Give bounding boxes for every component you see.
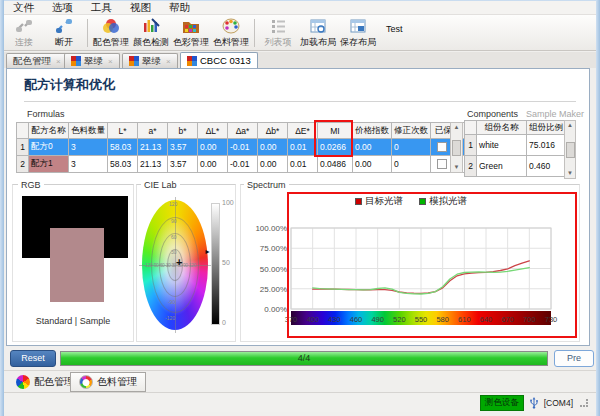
tab-close-icon[interactable]: × (56, 57, 61, 66)
column-header[interactable]: L* (108, 123, 138, 139)
load-layout-button[interactable]: 加载布局 (298, 16, 338, 50)
formula-value-cell[interactable]: 0.0486 (318, 156, 353, 173)
dock-tab-bar: 配色管理 色料管理 (4, 370, 596, 392)
column-header[interactable]: 组份比例 (527, 121, 566, 135)
formula-value-cell[interactable]: 0.00 (353, 139, 392, 156)
formula-value-cell[interactable]: 21.13 (138, 139, 168, 156)
formula-value-cell[interactable]: 0.01 (288, 139, 318, 156)
tab-label: 配色管理 (13, 55, 51, 68)
formula-value-cell[interactable]: 0.00 (198, 139, 228, 156)
tab-color-match-manage[interactable]: 配色管理 × (6, 53, 68, 68)
disconnect-icon (54, 17, 74, 35)
formula-value-cell[interactable]: 0.01 (288, 156, 318, 173)
component-name-cell[interactable]: Green (477, 156, 527, 177)
formula-value-cell[interactable]: 0 (392, 139, 431, 156)
column-header[interactable]: 色料数量 (69, 123, 108, 139)
formula-value-cell[interactable]: 3.57 (168, 139, 198, 156)
formula-value-cell[interactable]: 0.00 (198, 156, 228, 173)
tab-close-icon[interactable]: × (108, 57, 113, 66)
formulas-scrollbar[interactable]: ▲▼ (450, 122, 463, 173)
component-row[interactable]: 1white75.016 (465, 135, 566, 156)
component-name-cell[interactable]: white (477, 135, 527, 156)
formula-row[interactable]: 2配方1358.0321.133.570.00-0.010.000.010.04… (17, 156, 465, 173)
column-header[interactable]: ΔE* (288, 123, 318, 139)
page-title: 配方计算和优化 (24, 76, 115, 94)
colorant-manage-button[interactable]: 色料管理 (211, 16, 251, 50)
formula-row[interactable]: 1配方0358.0321.133.570.00-0.010.000.010.02… (17, 139, 465, 156)
menu-options[interactable]: 选项 (43, 1, 82, 15)
formula-value-cell[interactable]: -0.01 (228, 156, 258, 173)
tab-emerald-2[interactable]: 翠绿 × (122, 53, 178, 68)
disconnect-button[interactable]: 断开 (44, 16, 84, 50)
toolbar-label: 颜色检测 (133, 36, 169, 49)
formula-value-cell[interactable]: 21.13 (138, 156, 168, 173)
column-header[interactable]: Δa* (228, 123, 258, 139)
scroll-thumb[interactable] (566, 142, 575, 158)
row-number[interactable]: 1 (17, 139, 29, 156)
pre-button[interactable]: Pre (554, 350, 594, 367)
test-button[interactable]: Test (386, 24, 403, 34)
formula-value-cell[interactable]: -0.01 (228, 139, 258, 156)
formula-name-cell[interactable]: 配方1 (29, 156, 69, 173)
scroll-down-icon[interactable]: ▼ (454, 163, 460, 172)
tab-close-icon[interactable]: × (166, 57, 171, 66)
tab-cbcc-0313[interactable]: CBCC 0313 (180, 52, 258, 68)
formula-value-cell[interactable]: 3 (69, 139, 108, 156)
formula-value-cell[interactable]: 3.57 (168, 156, 198, 173)
component-ratio-cell[interactable]: 75.016 (527, 135, 566, 156)
menu-tools[interactable]: 工具 (82, 1, 121, 15)
menu-view[interactable]: 视图 (121, 1, 160, 15)
list-items-button[interactable]: 列表项 (258, 16, 298, 50)
save-layout-button[interactable]: 保存布局 (338, 16, 378, 50)
formula-value-cell[interactable]: 58.03 (108, 156, 138, 173)
mi-annotation-box (314, 120, 353, 157)
formulas-table: 配方名称色料数量L*a*b*ΔL*Δa*Δb*ΔE*MI价格指数修正次数已保存1… (16, 122, 465, 173)
components-scrollbar[interactable]: ▲▼ (564, 120, 576, 179)
column-header[interactable]: 修正次数 (392, 123, 431, 139)
menu-bar: 文件 选项 工具 视图 帮助 (4, 1, 596, 15)
toolbar-label: 连接 (15, 36, 33, 49)
menu-help[interactable]: 帮助 (160, 1, 199, 15)
scroll-thumb[interactable] (452, 140, 461, 156)
title-divider (24, 101, 576, 102)
toolbar-label: 保存布局 (340, 36, 376, 49)
row-number[interactable]: 2 (465, 156, 477, 177)
column-header[interactable]: a* (138, 123, 168, 139)
tab-emerald-1[interactable]: 翠绿 × (64, 53, 120, 68)
scroll-up-icon[interactable]: ▲ (454, 123, 460, 132)
column-header[interactable]: 价格指数 (353, 123, 392, 139)
color-manage-button[interactable]: 色彩管理 (171, 16, 211, 50)
menu-file[interactable]: 文件 (4, 1, 43, 15)
saved-checkbox[interactable] (437, 159, 447, 169)
formula-value-cell[interactable]: 58.03 (108, 139, 138, 156)
dock-tab-colorant-manage[interactable]: 色料管理 (70, 372, 146, 392)
scroll-up-icon[interactable]: ▲ (567, 121, 573, 130)
component-row[interactable]: 2Green0.460 (465, 156, 566, 177)
formula-value-cell[interactable]: 0.00 (258, 139, 288, 156)
reset-button[interactable]: Reset (10, 350, 56, 367)
color-match-manage-button[interactable]: 配色管理 (91, 16, 131, 50)
sample-maker-tab[interactable]: Sample Maker (523, 109, 587, 119)
components-tab[interactable]: Components (464, 109, 521, 119)
com-port-label: [COM4] (544, 398, 573, 408)
formula-value-cell[interactable]: 0 (392, 156, 431, 173)
resize-grip[interactable] (580, 399, 588, 407)
formula-value-cell[interactable]: 3 (69, 156, 108, 173)
saved-checkbox[interactable] (437, 142, 447, 152)
row-number[interactable]: 2 (17, 156, 29, 173)
formula-value-cell[interactable]: 0.00 (258, 156, 288, 173)
window-border-right (596, 0, 600, 416)
column-header[interactable]: 配方名称 (29, 123, 69, 139)
formula-name-cell[interactable]: 配方0 (29, 139, 69, 156)
component-ratio-cell[interactable]: 0.460 (527, 156, 566, 177)
column-header[interactable]: 组份名称 (477, 121, 527, 135)
row-number[interactable]: 1 (465, 135, 477, 156)
scroll-down-icon[interactable]: ▼ (567, 169, 573, 178)
list-items-icon (268, 17, 288, 35)
column-header[interactable]: b* (168, 123, 198, 139)
connect-button[interactable]: 连接 (4, 16, 44, 50)
column-header[interactable]: Δb* (258, 123, 288, 139)
formula-value-cell[interactable]: 0.00 (353, 156, 392, 173)
column-header[interactable]: ΔL* (198, 123, 228, 139)
color-detect-button[interactable]: 颜色检测 (131, 16, 171, 50)
